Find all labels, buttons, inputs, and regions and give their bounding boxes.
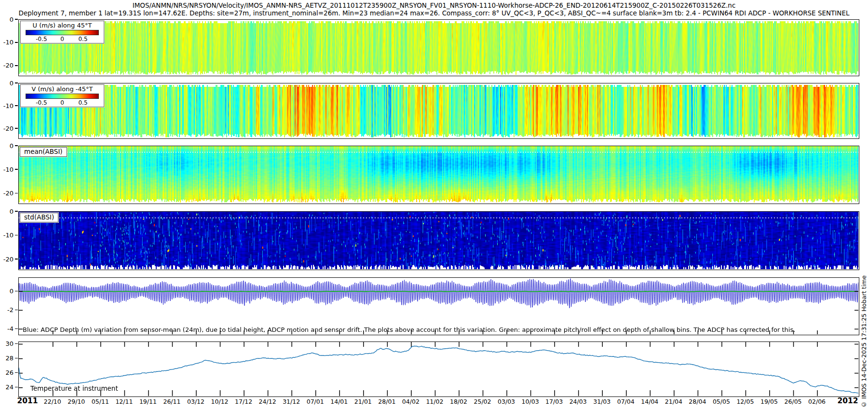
u-colorbar-tick-zero: 0 xyxy=(60,36,64,42)
y-tick-mark-adcp_depth_variation xyxy=(15,328,18,329)
y-tick-label-temperature: 26 xyxy=(1,369,14,376)
x-tick-label-10: 31/12 xyxy=(283,398,300,405)
mean-absi-heatmap xyxy=(19,146,858,203)
x-tick-label-6: 03/12 xyxy=(187,398,204,405)
u-legend-title: U (m/s) along 45°T xyxy=(21,22,104,29)
x-tick-label-12: 14/01 xyxy=(330,398,348,405)
y-tick-label-v_velocity: 0 xyxy=(1,80,14,86)
x-tick-label-27: 28/04 xyxy=(689,398,706,405)
x-tick-label-18: 25/02 xyxy=(474,398,491,405)
y-tick-mark-temperature xyxy=(15,387,18,388)
u-colorbar-legend: U (m/s) along 45°T -0.5 0 0.5 xyxy=(20,21,104,43)
y-tick-mark-adcp_depth_variation xyxy=(15,291,18,292)
x-tick-label-1: 29/10 xyxy=(68,398,85,405)
y-tick-label-adcp_depth_variation: 0 xyxy=(1,288,14,294)
mean-absi-label: mean(ABSI) xyxy=(20,147,67,157)
y-tick-mark-v_velocity xyxy=(15,82,18,83)
temperature-label: Temperature at instrument xyxy=(30,384,118,392)
y-tick-label-temperature: 28 xyxy=(1,355,14,361)
u-velocity-heatmap xyxy=(19,20,858,75)
y-tick-mark-u_velocity xyxy=(15,65,18,66)
v-colorbar-tick-pos: 0.5 xyxy=(78,99,87,106)
x-tick-label-2: 05/11 xyxy=(92,398,109,405)
figure-title-line1: IMOS/ANMN/NRS/NRSYON/Velocity/IMOS_ANMN-… xyxy=(0,1,868,9)
x-tick-label-5: 26/11 xyxy=(163,398,180,405)
y-tick-mark-std_absi xyxy=(15,211,18,212)
x-tick-label-7: 10/12 xyxy=(211,398,229,405)
x-tick-label-0: 22/10 xyxy=(44,398,61,405)
panel-v-velocity: V (m/s) along -45°T -0.5 0 0.5 xyxy=(18,83,859,139)
panel-std-absi: std(ABSI) xyxy=(18,211,859,270)
y-tick-mark-u_velocity xyxy=(15,42,18,43)
depth-variation-note: Blue: ADCP Depth (m) variation from sens… xyxy=(23,326,795,333)
y-tick-label-std_absi: -20 xyxy=(1,256,14,262)
temperature-plot xyxy=(19,342,858,396)
x-tick-label-26: 21/04 xyxy=(665,398,682,405)
y-tick-label-std_absi: 0 xyxy=(1,208,14,215)
x-tick-label-3: 12/11 xyxy=(115,398,133,405)
x-tick-label-31: 26/05 xyxy=(785,398,802,405)
y-tick-label-temperature: 30 xyxy=(1,341,14,347)
v-colorbar-gradient xyxy=(26,94,99,99)
panel-depth-variation: Blue: ADCP Depth (m) variation from sens… xyxy=(18,277,859,335)
x-axis-year-end: 2012 xyxy=(837,396,858,405)
y-tick-mark-v_velocity xyxy=(15,105,18,106)
y-tick-mark-mean_absi xyxy=(15,169,18,170)
panel-temperature: Temperature at instrument xyxy=(18,342,859,397)
x-tick-label-20: 10/03 xyxy=(522,398,539,405)
x-tick-label-14: 28/01 xyxy=(378,398,395,405)
imos-copyright-watermark: © IMOS 14-Dec-2025 17:31:25 Hobart time xyxy=(860,216,868,408)
y-tick-label-v_velocity: -20 xyxy=(1,125,14,132)
x-tick-label-19: 03/03 xyxy=(498,398,515,405)
std-absi-heatmap xyxy=(19,212,858,269)
x-tick-label-4: 19/11 xyxy=(139,398,157,405)
x-tick-label-23: 31/03 xyxy=(593,398,610,405)
x-tick-label-17: 18/02 xyxy=(450,398,467,405)
x-tick-label-29: 12/05 xyxy=(736,398,754,405)
y-tick-mark-adcp_depth_variation xyxy=(15,310,18,311)
v-velocity-heatmap xyxy=(19,83,858,138)
x-tick-label-25: 14/04 xyxy=(641,398,658,405)
y-tick-mark-mean_absi xyxy=(15,145,18,146)
y-tick-mark-std_absi xyxy=(15,259,18,260)
y-tick-mark-temperature xyxy=(15,358,18,359)
x-tick-label-13: 21/01 xyxy=(354,398,372,405)
y-tick-mark-std_absi xyxy=(15,235,18,236)
x-tick-label-24: 07/04 xyxy=(617,398,635,405)
y-tick-label-std_absi: -10 xyxy=(1,232,14,238)
figure-title-line2: Deployment 7, member 1 lat=19.31S lon=14… xyxy=(0,9,868,17)
x-tick-label-11: 07/01 xyxy=(307,398,324,405)
y-tick-mark-mean_absi xyxy=(15,193,18,194)
y-tick-label-u_velocity: -10 xyxy=(1,39,14,45)
v-colorbar-legend: V (m/s) along -45°T -0.5 0 0.5 xyxy=(20,84,104,107)
y-tick-label-temperature: 24 xyxy=(1,384,14,390)
u-colorbar-gradient xyxy=(26,30,99,35)
u-colorbar-tick-pos: 0.5 xyxy=(78,36,87,42)
y-tick-label-u_velocity: -20 xyxy=(1,62,14,68)
adcp-figure: IMOS/ANMN/NRS/NRSYON/Velocity/IMOS_ANMN-… xyxy=(0,0,868,410)
y-tick-mark-temperature xyxy=(15,343,18,344)
y-tick-mark-v_velocity xyxy=(15,128,18,129)
y-tick-mark-u_velocity xyxy=(15,19,18,20)
y-tick-mark-temperature xyxy=(15,372,18,373)
y-tick-label-mean_absi: 0 xyxy=(1,143,14,149)
v-colorbar-tick-zero: 0 xyxy=(60,99,64,106)
panel-mean-absi: mean(ABSI) xyxy=(18,146,859,204)
y-tick-label-adcp_depth_variation: -4 xyxy=(1,326,14,332)
x-tick-label-21: 17/03 xyxy=(545,398,563,405)
y-tick-label-mean_absi: -20 xyxy=(1,190,14,196)
v-colorbar-ticks: -0.5 0 0.5 xyxy=(21,99,104,106)
x-tick-label-28: 05/05 xyxy=(713,398,730,405)
v-legend-title: V (m/s) along -45°T xyxy=(21,85,104,93)
x-tick-label-30: 19/05 xyxy=(760,398,778,405)
x-tick-label-9: 24/12 xyxy=(259,398,276,405)
x-tick-label-15: 04/02 xyxy=(402,398,420,405)
std-absi-label: std(ABSI) xyxy=(20,213,58,222)
y-tick-label-mean_absi: -10 xyxy=(1,166,14,173)
y-tick-label-v_velocity: -10 xyxy=(1,103,14,109)
panel-u-velocity: U (m/s) along 45°T -0.5 0 0.5 xyxy=(18,19,859,76)
x-axis-year-start: 2011 xyxy=(17,396,38,405)
y-tick-label-adcp_depth_variation: -2 xyxy=(1,307,14,313)
x-tick-label-8: 17/12 xyxy=(235,398,252,405)
x-tick-label-16: 11/02 xyxy=(426,398,443,405)
